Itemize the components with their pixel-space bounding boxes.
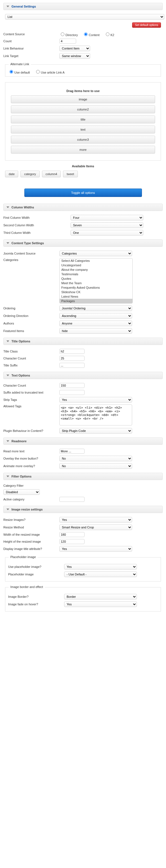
label-featured: Featured Items	[3, 329, 59, 333]
drag-item[interactable]: text	[11, 126, 155, 133]
strip-tags-select[interactable]: Yes	[59, 397, 132, 403]
category-option[interactable]: About the company	[60, 268, 132, 272]
animate-overlay-select[interactable]: No	[59, 463, 132, 469]
label-resized-width: Width of the resized image	[3, 533, 59, 536]
overlay-more-select[interactable]: No	[59, 456, 132, 461]
label-first-col: First Column Width	[3, 216, 71, 219]
available-item[interactable]: date	[5, 170, 18, 177]
drag-item[interactable]: more	[11, 146, 155, 154]
category-filter-select[interactable]: Disabled	[3, 489, 40, 495]
category-option[interactable]: Latest News	[60, 294, 132, 299]
label-active-category: Active category	[3, 498, 59, 501]
radio-use-default[interactable]: Use default	[8, 71, 30, 74]
section-title: Content Type Settings	[11, 241, 44, 245]
count-input[interactable]	[59, 39, 76, 44]
category-option[interactable]: Work	[60, 303, 132, 304]
readmore-text-input[interactable]	[59, 449, 85, 454]
link-behaviour-select[interactable]: Content Item	[59, 45, 90, 51]
resize-method-select[interactable]: Smart Resize and Crop	[59, 525, 132, 530]
link-target-select[interactable]: Same window	[59, 53, 90, 59]
set-default-button[interactable]: Set default options	[132, 22, 161, 28]
label-link-target: Link Target	[3, 54, 59, 58]
label-display-title-attr: Display image title attribute?	[3, 547, 59, 551]
toggle-all-options-button[interactable]: Toggle all options	[24, 189, 142, 197]
section-title: Image resize settings	[11, 508, 43, 511]
section-title: Filter Options	[11, 475, 32, 478]
label-ordering-direction: Ordering Direction	[3, 314, 59, 317]
ordering-select[interactable]: Joomla! Ordering	[59, 306, 132, 311]
active-category-input[interactable]	[59, 497, 85, 502]
label-categories: Categories	[3, 258, 59, 261]
drag-item[interactable]: image	[11, 95, 155, 103]
ordering-direction-select[interactable]: Ascending	[59, 313, 132, 319]
title-class-input[interactable]	[59, 349, 85, 354]
label-overlay-more: Overlay the more button?	[3, 457, 59, 460]
title-charcount-input[interactable]	[59, 356, 85, 361]
radio-directory[interactable]: Directory	[59, 33, 78, 37]
category-option[interactable]: Testimonials	[60, 272, 132, 276]
section-image-resize[interactable]: Image resize settings	[3, 506, 163, 513]
category-option[interactable]: Quotes	[60, 276, 132, 281]
label-count: Count	[3, 39, 59, 43]
label-third-col: Third Column Width	[3, 231, 71, 235]
featured-select[interactable]: hide	[59, 328, 132, 334]
section-text-options[interactable]: Text Options	[3, 372, 163, 379]
second-col-select[interactable]: Seven	[71, 222, 143, 228]
available-item[interactable]: tweet	[63, 170, 78, 177]
label-title-charcount: Character Count	[3, 356, 59, 360]
radio-use-link-a[interactable]: Use article Link A	[35, 71, 65, 74]
joomla-source-select[interactable]: Categories	[59, 251, 132, 256]
layout-select[interactable]: List	[5, 14, 164, 20]
resized-width-input[interactable]	[59, 532, 85, 537]
placeholder-image-select[interactable]: - Use Default -	[64, 571, 137, 577]
category-option[interactable]: Slideshow CK	[60, 290, 132, 294]
category-option[interactable]: Uncategorised	[60, 263, 132, 268]
section-column-widths[interactable]: Column Widths	[3, 204, 163, 211]
radio-k2[interactable]: K2	[104, 33, 114, 37]
section-readmore[interactable]: Readmore	[3, 437, 163, 445]
use-placeholder-select[interactable]: Yes	[64, 564, 137, 569]
plugin-behaviour-select[interactable]: Strip Plugin Code	[59, 428, 132, 434]
allowed-tags-textarea[interactable]: <p> <a> <ul> <li> <div> <h1> <h2> <h3> <…	[59, 404, 132, 426]
drag-item[interactable]: title	[11, 116, 155, 123]
radio-content[interactable]: Content	[83, 33, 100, 37]
title-suffix-input[interactable]	[59, 363, 85, 368]
image-fade-select[interactable]: Yes	[64, 601, 137, 607]
label-resize-method: Resize Method	[3, 526, 59, 529]
suffix-truncated-input[interactable]	[59, 390, 85, 395]
available-item[interactable]: category	[21, 170, 39, 177]
third-col-select[interactable]: One	[71, 230, 143, 236]
label-title-suffix: Title Suffix	[3, 364, 59, 367]
content-source-radios: Directory Content K2	[59, 32, 163, 37]
category-option[interactable]: Packages	[60, 299, 132, 303]
section-content-type[interactable]: Content Type Settings	[3, 240, 163, 247]
label-category-filter: Category Filter	[3, 484, 59, 487]
resized-height-input[interactable]	[59, 539, 85, 544]
label-authors: Authors	[3, 322, 59, 325]
category-option[interactable]: Select All Categories	[60, 258, 132, 263]
section-general-settings[interactable]: General Settings	[3, 3, 163, 10]
section-filter-options[interactable]: Filter Options	[3, 473, 163, 480]
text-charcount-input[interactable]	[59, 383, 85, 388]
label-joomla-source: Joomla Content Source	[3, 252, 59, 255]
available-items-header: Available Items	[3, 164, 163, 168]
first-col-select[interactable]: Four	[71, 215, 143, 220]
image-border-select[interactable]: Border	[64, 594, 137, 599]
label-animate-overlay: Animate more overlay?	[3, 464, 59, 468]
chevron-down-icon	[6, 375, 9, 376]
categories-listbox[interactable]: Select All CategoriesUncategorisedAbout …	[59, 258, 133, 304]
section-title-options[interactable]: Title Options	[3, 338, 163, 345]
section-title: Title Options	[11, 340, 30, 343]
section-title: Text Options	[11, 374, 30, 377]
available-item[interactable]: column4	[42, 170, 61, 177]
resize-images-select[interactable]: Yes	[59, 517, 132, 523]
display-title-attr-select[interactable]: Yes	[59, 546, 132, 552]
drag-item[interactable]: column2	[11, 105, 155, 113]
chevron-down-icon	[6, 242, 9, 244]
label-title-class: Title Class	[3, 350, 59, 353]
label-resize-images: Resize Images?	[3, 518, 59, 521]
category-option[interactable]: Meet the Team	[60, 281, 132, 285]
drag-item[interactable]: column3	[11, 136, 155, 144]
authors-select[interactable]: Anyone	[59, 320, 132, 326]
category-option[interactable]: Frequently Asked Questions	[60, 285, 132, 290]
